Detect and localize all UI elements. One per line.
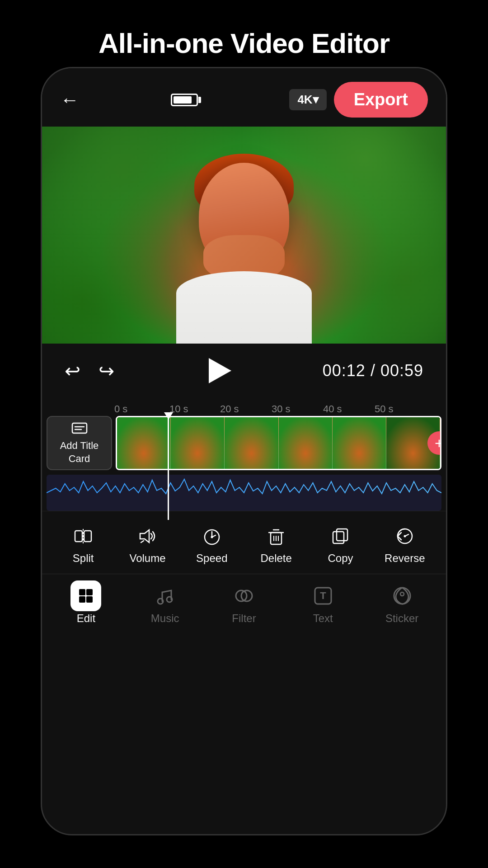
svg-rect-25 bbox=[79, 596, 85, 603]
split-icon bbox=[73, 525, 93, 547]
svg-rect-18 bbox=[333, 532, 344, 543]
strip-frame-4 bbox=[279, 417, 333, 469]
edit-nav-icon bbox=[70, 583, 101, 609]
undo-button[interactable]: ↩ bbox=[65, 360, 80, 382]
svg-point-11 bbox=[211, 536, 213, 538]
edit-nav-label: Edit bbox=[77, 612, 95, 625]
delete-icon bbox=[266, 525, 286, 547]
phone-frame: ← 4K▾ Export ↩ ↪ 00:12 / 00:59 bbox=[41, 67, 447, 835]
add-title-card-button[interactable]: Add TitleCard bbox=[47, 416, 112, 470]
tool-reverse[interactable]: Reverse bbox=[382, 525, 427, 565]
nav-music[interactable]: Music bbox=[133, 583, 197, 625]
battery-fill bbox=[174, 96, 192, 104]
battery-icon bbox=[171, 94, 198, 106]
filter-nav-icon bbox=[233, 583, 255, 609]
text-nav-icon: T bbox=[312, 583, 334, 609]
reverse-label: Reverse bbox=[385, 552, 425, 565]
sticker-nav-icon bbox=[391, 583, 413, 609]
reverse-icon bbox=[395, 525, 415, 547]
nav-text[interactable]: T Text bbox=[291, 583, 355, 625]
time-ruler: 0 s 10 s 20 s 30 s 40 s 50 s bbox=[42, 402, 446, 416]
split-label: Split bbox=[73, 552, 94, 565]
svg-text:T: T bbox=[320, 590, 326, 601]
svg-rect-19 bbox=[337, 529, 347, 541]
svg-rect-0 bbox=[72, 423, 87, 433]
svg-rect-24 bbox=[86, 589, 93, 595]
speed-label: Speed bbox=[196, 552, 227, 565]
svg-line-7 bbox=[141, 541, 144, 542]
redo-button[interactable]: ↪ bbox=[99, 360, 114, 382]
top-right-controls: 4K▾ Export bbox=[289, 82, 428, 118]
timeline-area: 0 s 10 s 20 s 30 s 40 s 50 s bbox=[42, 398, 446, 511]
ruler-40s: 40 s bbox=[323, 403, 342, 415]
delete-label: Delete bbox=[260, 552, 291, 565]
edit-toolbar: Split Volume bbox=[42, 511, 446, 574]
person-shape bbox=[145, 154, 343, 344]
svg-point-22 bbox=[404, 535, 406, 538]
filter-nav-label: Filter bbox=[232, 612, 256, 625]
ruler-50s: 50 s bbox=[375, 403, 394, 415]
copy-label: Copy bbox=[328, 552, 353, 565]
svg-rect-23 bbox=[79, 589, 85, 595]
text-nav-label: Text bbox=[313, 612, 333, 625]
music-nav-label: Music bbox=[151, 612, 179, 625]
play-icon bbox=[209, 358, 231, 383]
controls-bar: ↩ ↪ 00:12 / 00:59 bbox=[42, 344, 446, 398]
ruler-0s: 0 s bbox=[114, 403, 127, 415]
tool-split[interactable]: Split bbox=[61, 525, 106, 565]
copy-icon bbox=[330, 525, 350, 547]
svg-point-35 bbox=[400, 592, 404, 596]
ruler-30s: 30 s bbox=[272, 403, 291, 415]
speed-icon bbox=[202, 525, 222, 547]
tool-delete[interactable]: Delete bbox=[253, 525, 299, 565]
music-nav-icon bbox=[154, 583, 176, 609]
back-button[interactable]: ← bbox=[60, 89, 79, 111]
video-strip-container: Add TitleCard + bbox=[42, 416, 446, 470]
app-title: All-in-one Video Editor bbox=[0, 0, 488, 77]
nav-filter[interactable]: Filter bbox=[212, 583, 276, 625]
sticker-nav-label: Sticker bbox=[385, 612, 418, 625]
svg-marker-6 bbox=[140, 530, 149, 542]
body-shape bbox=[176, 271, 312, 344]
svg-rect-26 bbox=[86, 596, 93, 603]
waveform bbox=[47, 475, 441, 511]
play-button[interactable] bbox=[204, 356, 233, 385]
bottom-nav: Edit Music Filter bbox=[42, 574, 446, 638]
tool-volume[interactable]: Volume bbox=[125, 525, 170, 565]
tool-copy[interactable]: Copy bbox=[318, 525, 363, 565]
nav-edit[interactable]: Edit bbox=[54, 583, 117, 625]
volume-label: Volume bbox=[129, 552, 165, 565]
strip-frame-2 bbox=[171, 417, 225, 469]
undo-redo-controls: ↩ ↪ bbox=[65, 360, 114, 382]
svg-rect-3 bbox=[75, 531, 82, 542]
tool-speed[interactable]: Speed bbox=[189, 525, 235, 565]
svg-point-31 bbox=[241, 591, 247, 600]
title-card-icon bbox=[71, 420, 88, 437]
video-preview bbox=[42, 127, 446, 344]
export-button[interactable]: Export bbox=[334, 82, 428, 118]
video-strip[interactable]: + bbox=[116, 416, 441, 470]
waveform-svg bbox=[47, 475, 441, 511]
strip-frame-3 bbox=[225, 417, 278, 469]
top-bar: ← 4K▾ Export bbox=[42, 68, 446, 127]
nav-sticker[interactable]: Sticker bbox=[371, 583, 434, 625]
time-display: 00:12 / 00:59 bbox=[323, 361, 423, 380]
strip-frame-5 bbox=[333, 417, 386, 469]
strip-frame-1 bbox=[117, 417, 171, 469]
ruler-20s: 20 s bbox=[220, 403, 239, 415]
resolution-badge[interactable]: 4K▾ bbox=[289, 89, 326, 110]
volume-icon bbox=[137, 525, 157, 547]
add-title-card-label: Add TitleCard bbox=[60, 439, 99, 465]
playhead bbox=[168, 416, 169, 520]
svg-rect-4 bbox=[84, 531, 91, 542]
